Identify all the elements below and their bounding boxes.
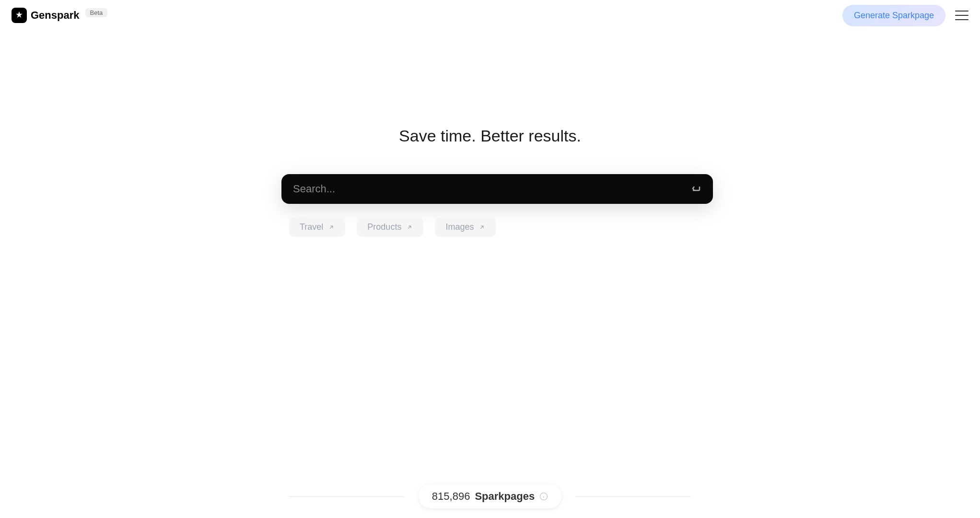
category-button-travel[interactable]: Travel: [289, 217, 345, 237]
category-label: Images: [445, 222, 474, 232]
sparkpages-badge[interactable]: 815,896 Sparkpages: [419, 484, 561, 508]
header-right: Generate Sparkpage: [842, 5, 968, 26]
footer: 815,896 Sparkpages: [0, 484, 980, 508]
hamburger-menu-icon[interactable]: [955, 11, 968, 20]
sparkpages-count: 815,896: [432, 490, 470, 503]
info-icon: [539, 492, 548, 501]
tagline: Save time. Better results.: [399, 127, 581, 145]
divider-right: [576, 496, 691, 497]
sparkpages-label: Sparkpages: [475, 490, 535, 503]
category-buttons: Travel Products Images: [281, 217, 713, 237]
main-content: Save time. Better results. Travel Produc…: [0, 31, 980, 237]
arrow-up-right-icon: [328, 224, 335, 231]
divider-left: [289, 496, 404, 497]
logo-text: Genspark: [31, 9, 80, 22]
logo-icon: [12, 8, 27, 23]
search-input[interactable]: [293, 183, 690, 195]
beta-badge: Beta: [85, 8, 108, 17]
search-container: [281, 174, 713, 204]
generate-sparkpage-button[interactable]: Generate Sparkpage: [842, 5, 945, 26]
category-button-images[interactable]: Images: [435, 217, 496, 237]
arrow-up-right-icon: [478, 224, 485, 231]
category-button-products[interactable]: Products: [357, 217, 423, 237]
category-label: Products: [367, 222, 401, 232]
header: Genspark Beta Generate Sparkpage: [0, 0, 980, 31]
logo-section[interactable]: Genspark Beta: [12, 8, 107, 23]
enter-icon[interactable]: [690, 183, 701, 195]
arrow-up-right-icon: [406, 224, 413, 231]
category-label: Travel: [300, 222, 323, 232]
